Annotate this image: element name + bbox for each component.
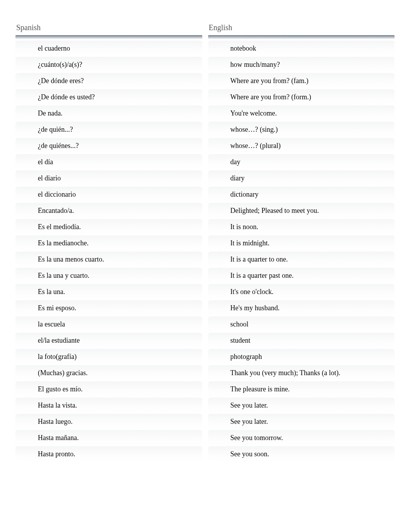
table-row: He's my husband. [208,300,395,316]
table-row: ¿de quiénes...? [15,138,202,154]
table-row: la escuela [15,316,202,332]
table-row: photograph [208,349,395,365]
table-row: See you later. [208,398,395,413]
table-row: Hasta pronto. [15,446,202,462]
table-row: Es la una. [15,284,202,300]
table-row: You're welcome. [208,105,395,121]
table-row: Es el mediodía. [15,219,202,235]
table-row: It's one o'clock. [208,284,395,300]
vocab-table: Spanish el cuaderno¿cuánto(s)/a(s)?¿De d… [15,23,395,462]
table-row: ¿cuánto(s)/a(s)? [15,57,202,73]
table-row: dictionary [208,187,395,202]
table-row: See you tomorrow. [208,430,395,446]
table-row: See you later. [208,414,395,430]
table-row: la foto(grafía) [15,349,202,365]
table-row: school [208,316,395,332]
header-divider [208,35,395,39]
table-row: el día [15,154,202,170]
table-row: De nada. [15,105,202,121]
table-row: Hasta mañana. [15,430,202,446]
table-row: how much/many? [208,57,395,73]
english-column: English notebookhow much/many?Where are … [208,23,395,462]
table-row: Hasta la vista. [15,398,202,413]
table-row: The pleasure is mine. [208,381,395,397]
table-row: whose…? (sing.) [208,122,395,138]
header-divider [15,35,202,39]
table-row: whose…? (plural) [208,138,395,154]
table-row: diary [208,170,395,186]
table-row: It is a quarter to one. [208,252,395,267]
table-row: Hasta luego. [15,414,202,430]
table-row: Where are you from? (fam.) [208,73,395,89]
spanish-column: Spanish el cuaderno¿cuánto(s)/a(s)?¿De d… [15,23,202,462]
table-row: ¿de quién...? [15,122,202,138]
table-row: Es la una y cuarto. [15,268,202,284]
table-row: Es la medianoche. [15,235,202,251]
table-row: It is a quarter past one. [208,268,395,284]
table-row: It is noon. [208,219,395,235]
table-row: el diccionario [15,187,202,202]
table-row: el diario [15,170,202,186]
table-row: Encantado/a. [15,203,202,219]
table-row: Delighted; Pleased to meet you. [208,203,395,219]
english-header: English [208,23,395,35]
table-row: See you soon. [208,446,395,462]
table-row: el/la estudiante [15,333,202,348]
table-row: student [208,333,395,348]
table-row: Where are you from? (form.) [208,89,395,105]
table-row: El gusto es mío. [15,381,202,397]
table-row: Thank you (very much); Thanks (a lot). [208,365,395,381]
table-row: notebook [208,41,395,56]
table-row: Es mi esposo. [15,300,202,316]
table-row: day [208,154,395,170]
table-row: (Muchas) gracias. [15,365,202,381]
table-row: el cuaderno [15,41,202,56]
table-row: Es la una menos cuarto. [15,252,202,267]
table-row: ¿De dónde es usted? [15,89,202,105]
spanish-header: Spanish [15,23,202,35]
table-row: It is midnight. [208,235,395,251]
table-row: ¿De dónde eres? [15,73,202,89]
